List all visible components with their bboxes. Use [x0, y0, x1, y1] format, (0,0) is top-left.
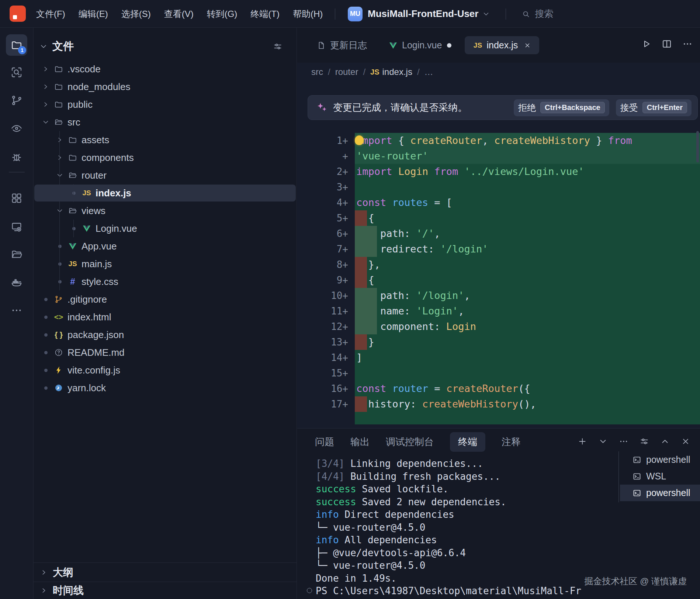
activity-item-explorer[interactable]: 1 [6, 34, 27, 56]
menu-item[interactable]: 转到(G) [207, 8, 238, 20]
chevron-right-icon[interactable] [40, 63, 51, 75]
tree-item-vite-config-js[interactable]: vite.config.js [34, 361, 297, 379]
timeline-section[interactable]: 时间线 [34, 582, 297, 599]
code-line[interactable]: 13+ } [297, 334, 700, 350]
panel-tab-输出[interactable]: 输出 [350, 436, 370, 448]
app-logo-icon[interactable] [10, 6, 26, 22]
chevron-down-icon[interactable] [39, 42, 48, 51]
tree-item-views[interactable]: views [34, 202, 297, 220]
code-line[interactable]: 1+import { createRouter, createWebHistor… [297, 133, 700, 148]
code-line[interactable]: 11+ name: 'Login', [297, 303, 700, 319]
code-line[interactable]: 4+const routes = [ [297, 195, 700, 210]
filter-icon[interactable] [273, 42, 283, 51]
chevron-right-icon[interactable] [40, 99, 51, 110]
close-icon[interactable] [681, 437, 690, 446]
tree-item-index-js[interactable]: JSindex.js [34, 184, 297, 202]
tab-更新日志[interactable]: 更新日志 [308, 35, 375, 55]
menu-item[interactable]: 选择(S) [121, 8, 151, 20]
tab-login-vue[interactable]: Login.vue [380, 36, 460, 54]
tree-item-src[interactable]: src [34, 113, 297, 131]
breadcrumb-item[interactable]: JSindex.js [370, 67, 412, 77]
chevron-down-icon[interactable] [54, 170, 65, 181]
plus-icon[interactable] [578, 437, 587, 446]
chevron-down-icon[interactable] [40, 117, 51, 128]
chevron-right-icon[interactable] [54, 134, 65, 145]
chevron-down-icon[interactable] [482, 10, 490, 18]
tune-icon[interactable] [640, 437, 649, 446]
activity-item-remote-watch[interactable] [6, 117, 27, 139]
more-icon[interactable] [619, 437, 628, 446]
tree-item-yarn-lock[interactable]: yarn.lock [34, 379, 297, 397]
code-line[interactable]: 14+] [297, 350, 700, 365]
tree-item--gitignore[interactable]: .gitignore [34, 290, 297, 308]
close-icon[interactable] [524, 42, 531, 49]
breadcrumb-item[interactable]: router [335, 67, 358, 77]
chevron-down-icon[interactable] [54, 205, 65, 216]
tree-item-login-vue[interactable]: Login.vue [34, 220, 297, 237]
tab-index-js[interactable]: JSindex.js [465, 36, 539, 54]
code-line[interactable]: +'vue-router' [297, 148, 700, 164]
code-line[interactable]: 8+ }, [297, 257, 700, 272]
code-line[interactable]: 12+ component: Login [297, 319, 700, 334]
menu-item[interactable]: 终端(T) [250, 8, 280, 20]
activity-item-search[interactable] [6, 62, 27, 83]
chevron-right-icon[interactable] [40, 81, 51, 92]
panel-tab-终端[interactable]: 终端 [450, 432, 485, 452]
tree-item-package-json[interactable]: { }package.json [34, 326, 297, 344]
terminal-session-powershell[interactable]: powershell [620, 485, 700, 501]
breadcrumb-item[interactable]: src [311, 67, 323, 77]
code-line[interactable]: 16+const router = createRouter({ [297, 381, 700, 396]
activity-item-debug[interactable] [6, 146, 27, 168]
reject-button[interactable]: 拒绝 Ctrl+Backspace [514, 99, 609, 116]
code-line[interactable]: 7+ redirect: '/login' [297, 241, 700, 257]
tree-item-node-modules[interactable]: node_modules [34, 78, 297, 96]
code-line[interactable]: 2+import Login from '../views/Login.vue' [297, 164, 700, 179]
code-line[interactable]: 6+ path: '/', [297, 226, 700, 241]
project-title[interactable]: MusiMall-FrontEnd-User [368, 8, 478, 20]
menu-item[interactable]: 文件(F) [36, 8, 65, 20]
code-line[interactable]: 17+ history: createWebHistory(), [297, 396, 700, 412]
code-line[interactable]: 10+ path: '/login', [297, 288, 700, 303]
panel-tab-调试控制台[interactable]: 调试控制台 [386, 436, 434, 448]
terminal-output[interactable]: [3/4] Linking dependencies...[4/4] Build… [316, 457, 581, 599]
tree-item-components[interactable]: components [34, 149, 297, 166]
code-editor[interactable]: 1+import { createRouter, createWebHistor… [297, 133, 700, 424]
tree-item-readme-md[interactable]: README.md [34, 344, 297, 361]
tree-item-router[interactable]: router [34, 166, 297, 184]
chevron-right-icon[interactable] [54, 152, 65, 163]
menu-item[interactable]: 查看(V) [164, 8, 194, 20]
accept-button[interactable]: 接受 Ctrl+Enter [616, 99, 692, 116]
code-line[interactable]: 15+ [297, 365, 700, 381]
project-avatar[interactable]: MU [348, 7, 363, 21]
terminal-session-powershell[interactable]: powershell [620, 451, 700, 468]
activity-item-extensions[interactable] [6, 187, 27, 209]
breadcrumb-item[interactable]: … [424, 67, 433, 77]
chevron-up-icon[interactable] [660, 437, 670, 446]
tree-item-main-js[interactable]: JSmain.js [34, 255, 297, 273]
tree-item-assets[interactable]: assets [34, 131, 297, 149]
lightbulb-icon[interactable] [355, 135, 364, 145]
tree-item-index-html[interactable]: <>index.html [34, 308, 297, 326]
activity-item-file-manager[interactable] [6, 244, 27, 265]
chevron-down-icon[interactable] [598, 437, 608, 446]
tree-item-public[interactable]: public [34, 96, 297, 113]
tree-item--vscode[interactable]: .vscode [34, 60, 297, 78]
run-button[interactable] [641, 39, 651, 49]
tree-item-style-css[interactable]: #style.css [34, 273, 297, 290]
code-line[interactable]: 5+ { [297, 210, 700, 226]
editor-scrollbar[interactable] [696, 131, 699, 162]
panel-tab-问题[interactable]: 问题 [315, 436, 334, 448]
code-line[interactable]: 3+ [297, 179, 700, 195]
panel-tab-注释[interactable]: 注释 [502, 436, 521, 448]
more-actions-button[interactable] [682, 39, 693, 49]
split-editor-button[interactable] [662, 39, 672, 49]
terminal-session-wsl[interactable]: WSL [620, 468, 700, 485]
tree-item-app-vue[interactable]: App.vue [34, 237, 297, 255]
activity-item-docker[interactable] [6, 272, 27, 293]
activity-item-remote-preview[interactable] [6, 216, 27, 238]
menu-item[interactable]: 帮助(H) [293, 8, 323, 20]
outline-section[interactable]: 大纲 [34, 562, 297, 582]
code-line[interactable]: 9+ { [297, 272, 700, 288]
global-search[interactable]: 搜索 [506, 8, 553, 20]
activity-item-source-control[interactable] [6, 90, 27, 111]
